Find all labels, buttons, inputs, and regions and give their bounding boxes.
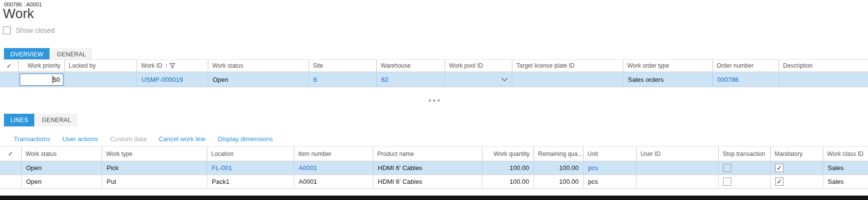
col-work-priority[interactable]: Work priority (18, 60, 64, 72)
work-row[interactable]: 50 USMF-000019 Open 6 62 Sales orders 00… (0, 72, 868, 87)
work-id-cell[interactable]: USMF-000019 (137, 72, 208, 87)
col-order-number[interactable]: Order number (712, 60, 779, 72)
work-class-id-cell[interactable]: Sales (823, 175, 868, 188)
col-work-id-label: Work ID (141, 62, 162, 69)
work-pool-id-cell[interactable] (445, 72, 512, 87)
line-actions-bar: Transactions User actions Custom data Ca… (14, 135, 273, 143)
item-number-cell[interactable]: A0001 (294, 161, 373, 175)
col-location[interactable]: Location (207, 147, 294, 161)
col-mandatory[interactable]: Mandatory (770, 147, 823, 161)
page-title: Work (3, 6, 34, 22)
col-warehouse[interactable]: Warehouse (376, 60, 445, 72)
col-stop-transaction[interactable]: Stop transaction (718, 147, 770, 161)
order-number-cell[interactable]: 000786 (712, 72, 779, 87)
tab-lines[interactable]: LINES (4, 114, 34, 126)
order-number-link[interactable]: 000786 (717, 76, 738, 83)
display-dimensions-link[interactable]: Display dimensions (218, 135, 273, 143)
row-selector-cell[interactable] (0, 161, 21, 175)
unit-cell[interactable]: pcs (583, 161, 636, 175)
location-link[interactable]: FL-001 (212, 164, 232, 172)
work-grid: ✓ Work priority Locked by Work ID ↑ Work… (0, 59, 868, 87)
work-priority-input[interactable]: 50 (20, 74, 63, 86)
user-id-cell[interactable] (636, 175, 718, 188)
work-id-link[interactable]: USMF-000019 (141, 76, 183, 83)
location-cell[interactable]: Pack1 (207, 175, 294, 188)
col-site[interactable]: Site (308, 60, 376, 72)
show-closed-toggle[interactable]: Show closed (3, 26, 55, 34)
site-link[interactable]: 6 (313, 76, 317, 83)
location-cell[interactable]: FL-001 (207, 161, 294, 175)
col-work-status[interactable]: Work status (208, 60, 308, 72)
lines-grid: ✓ Work status Work type Location Item nu… (0, 146, 868, 189)
remaining-quantity-cell[interactable]: 100.00 (533, 161, 583, 175)
col-remaining-quantity[interactable]: Remaining qua... (533, 147, 583, 161)
unit-link[interactable]: pcs (588, 164, 598, 172)
item-number-link[interactable]: A0001 (299, 164, 317, 172)
col-item-number[interactable]: Item number (294, 147, 373, 161)
mandatory-checkbox[interactable]: ✓ (775, 164, 784, 172)
col-locked-by[interactable]: Locked by (64, 60, 137, 72)
warehouse-link[interactable]: 62 (381, 76, 388, 83)
show-closed-label: Show closed (16, 26, 55, 34)
row-selector-cell[interactable] (0, 175, 21, 188)
work-class-id-cell[interactable]: Sales (823, 161, 868, 175)
chevron-down-icon[interactable] (501, 77, 508, 82)
checkmark-icon: ✓ (8, 150, 13, 157)
stop-transaction-checkbox[interactable] (723, 177, 731, 186)
work-priority-cell[interactable]: 50 (18, 72, 64, 87)
col-work-quantity[interactable]: Work quantity (482, 147, 533, 161)
checkmark-icon: ✓ (6, 62, 12, 70)
work-quantity-cell[interactable]: 100.00 (482, 161, 533, 175)
work-status-cell[interactable]: Open (208, 72, 308, 87)
product-name-cell[interactable]: HDMI 6' Cables (373, 161, 482, 175)
row-selector-cell[interactable] (0, 72, 18, 87)
col-work-order-type[interactable]: Work order type (623, 60, 712, 72)
select-all-header[interactable]: ✓ (0, 60, 18, 72)
col-work-type[interactable]: Work type (102, 147, 207, 161)
target-license-plate-cell[interactable] (512, 72, 623, 87)
lines-grid-header: ✓ Work status Work type Location Item nu… (0, 146, 868, 161)
cancel-work-line-link[interactable]: Cancel work line (159, 135, 205, 143)
work-quantity-cell[interactable]: 100.00 (482, 175, 533, 188)
col-work-pool-id[interactable]: Work pool ID (445, 60, 512, 72)
stop-transaction-checkbox[interactable] (723, 164, 731, 172)
item-number-cell[interactable]: A0001 (294, 175, 373, 188)
col-work-class-id[interactable]: Work class ID (823, 147, 868, 161)
stop-transaction-cell (718, 161, 770, 175)
tab-lines-general[interactable]: GENERAL (35, 114, 77, 126)
work-order-type-cell[interactable]: Sales orders (623, 72, 712, 87)
work-status-cell[interactable]: Open (21, 161, 102, 175)
mandatory-cell: ✓ (770, 175, 823, 188)
unit-cell[interactable]: pcs (583, 175, 636, 188)
more-rows-indicator[interactable] (0, 100, 868, 101)
col-work-id[interactable]: Work ID ↑ (137, 60, 208, 72)
line-row-pick[interactable]: Open Pick FL-001 A0001 HDMI 6' Cables 10… (0, 161, 868, 175)
show-closed-checkbox[interactable] (3, 26, 11, 34)
col-user-id[interactable]: User ID (636, 147, 718, 161)
transactions-link[interactable]: Transactions (14, 135, 50, 143)
work-grid-header: ✓ Work priority Locked by Work ID ↑ Work… (0, 59, 868, 72)
locked-by-cell[interactable] (64, 72, 137, 87)
col-description[interactable]: Description (779, 60, 868, 72)
sort-ascending-icon: ↑ (165, 62, 168, 69)
col-target-license-plate-id[interactable]: Target license plate ID (512, 60, 623, 72)
description-cell[interactable] (779, 72, 868, 87)
filter-icon[interactable] (169, 63, 175, 69)
bottom-bar (0, 196, 868, 200)
site-cell[interactable]: 6 (308, 72, 376, 87)
col-unit[interactable]: Unit (583, 147, 636, 161)
line-row-put[interactable]: Open Put Pack1 A0001 HDMI 6' Cables 100.… (0, 175, 868, 189)
remaining-quantity-cell[interactable]: 100.00 (533, 175, 583, 188)
col-line-work-status[interactable]: Work status (21, 147, 102, 161)
lines-select-all-header[interactable]: ✓ (0, 147, 21, 161)
product-name-cell[interactable]: HDMI 6' Cables (373, 175, 482, 188)
user-id-cell[interactable] (636, 161, 718, 175)
work-type-cell[interactable]: Put (102, 175, 207, 188)
warehouse-cell[interactable]: 62 (376, 72, 445, 87)
mandatory-checkbox[interactable]: ✓ (775, 177, 784, 186)
user-actions-link[interactable]: User actions (62, 135, 98, 143)
work-status-cell[interactable]: Open (21, 175, 102, 188)
col-product-name[interactable]: Product name (373, 147, 482, 161)
stop-transaction-cell (718, 175, 770, 188)
work-type-cell[interactable]: Pick (102, 161, 207, 175)
